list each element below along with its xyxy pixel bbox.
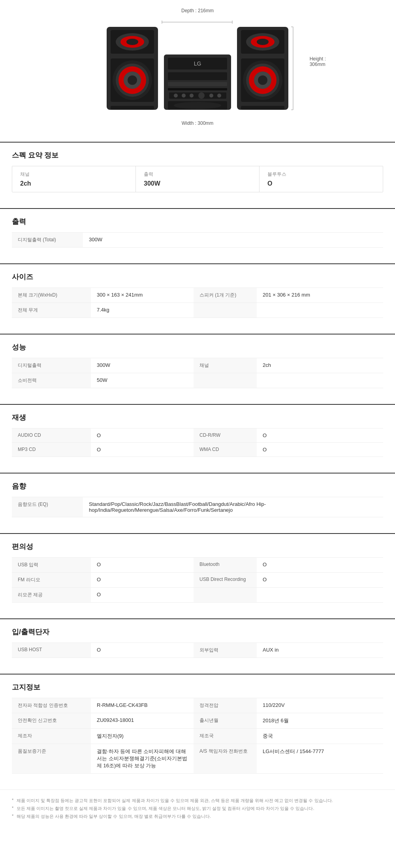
io-table: USB HOST O 외부입력 AUX in	[12, 643, 383, 658]
conv-label-1: FM 라디오	[12, 573, 91, 588]
table-row: FM 라디오 O USB Direct Recording O	[12, 573, 383, 588]
footer-notes-list: 제품 이미지 및 특장점 등에는 광고적 표현이 포함되어 실제 제품과 차이가…	[12, 798, 383, 819]
size-label-1: 전체 무게	[12, 303, 91, 318]
svg-text:LG: LG	[194, 60, 201, 67]
notice-label2-1: 출시년월	[194, 713, 257, 729]
notice-label-3: 품질보증기준	[12, 744, 91, 774]
performance-section: 성능 디지털출력 300W 채널 2ch 소비전력 50W	[0, 334, 395, 396]
spec-summary-value-2: O	[267, 180, 375, 187]
perf-value-1: 50W	[91, 373, 194, 388]
spec-summary-item-1: 출력 300W	[136, 166, 260, 192]
conv-value2-2	[257, 588, 383, 603]
conv-value-0: O	[91, 558, 194, 573]
spec-summary-section: 스펙 요약 정보 채널 2ch 출력 300W 블루투스 O	[0, 142, 395, 200]
spec-summary-value-1: 300W	[144, 180, 251, 187]
spec-summary-value-0: 2ch	[20, 180, 128, 187]
output-title: 출력	[12, 217, 383, 226]
play-label2-0: CD-R/RW	[194, 428, 257, 443]
io-value2-0: AUX in	[257, 643, 383, 658]
io-value-0: O	[91, 643, 194, 658]
spec-summary-label-0: 채널	[20, 171, 128, 178]
size-section: 사이즈 본체 크기(WxHxD) 300 × 163 × 241mm 스피커 (…	[0, 263, 395, 326]
table-row: 전체 무게 7.4kg	[12, 303, 383, 318]
perf-label-1: 소비전력	[12, 373, 91, 388]
convenience-section: 편의성 USB 입력 O Bluetooth O FM 라디오 O USB Di…	[0, 533, 395, 611]
size-table: 본체 크기(WxHxD) 300 × 163 × 241mm 스피커 (1개 기…	[12, 287, 383, 318]
size-value-1: 7.4kg	[91, 303, 194, 318]
table-row: 본체 크기(WxHxD) 300 × 163 × 241mm 스피커 (1개 기…	[12, 288, 383, 303]
width-label: Width : 300mm	[0, 120, 395, 126]
footer-note-item-0: 제품 이미지 및 특장점 등에는 광고적 표현이 포함되어 실제 제품과 차이가…	[12, 798, 383, 804]
notice-value-2: 엘지전자(9)	[91, 729, 194, 744]
conv-value-1: O	[91, 573, 194, 588]
sound-title: 음향	[12, 481, 383, 491]
io-title: 입/출력단자	[12, 627, 383, 637]
convenience-table: USB 입력 O Bluetooth O FM 라디오 O USB Direct…	[12, 557, 383, 603]
footer-note-item-1: 모든 제품 이미지는 촬영 컷으로 실제 제품과 차이가 있을 수 있으며, 제…	[12, 806, 383, 812]
play-label2-1: WMA CD	[194, 443, 257, 457]
table-row: 품질보증기준 결함·하자 등에 따른 소비자피해에 대해서는 소비자분쟁해결기준…	[12, 744, 383, 774]
product-image-section: Depth : 216mm LG	[0, 0, 395, 134]
svg-rect-38	[241, 106, 284, 110]
svg-rect-16	[168, 82, 227, 86]
depth-label: Depth : 216mm	[0, 8, 395, 13]
size-label2-1	[194, 303, 257, 318]
notice-value2-3: LG서비스센터 / 1544-7777	[257, 744, 383, 774]
table-row: 전자파 적합성 인증번호 R-RMM-LGE-CK43FB 정격전압 110/2…	[12, 698, 383, 713]
perf-value2-0: 2ch	[257, 358, 383, 373]
play-value-0: O	[91, 428, 194, 443]
table-row: 안전확인 신고번호 ZU09243-18001 출시년월 2018년 6월	[12, 713, 383, 729]
spec-summary-item-0: 채널 2ch	[12, 166, 136, 192]
performance-title: 성능	[12, 342, 383, 352]
spec-summary-label-2: 블루투스	[267, 171, 375, 178]
playback-table: AUDIO CD O CD-R/RW O MP3 CD O WMA CD O	[12, 428, 383, 457]
notice-value2-1: 2018년 6월	[257, 713, 383, 729]
spec-summary-item-2: 블루투스 O	[260, 166, 383, 192]
table-row: 디지털출력 (Total) 300W	[12, 233, 383, 248]
notice-value2-0: 110/220V	[257, 698, 383, 713]
playback-title: 재생	[12, 413, 383, 422]
table-row: MP3 CD O WMA CD O	[12, 443, 383, 457]
size-value2-0: 201 × 306 × 216 mm	[257, 288, 383, 303]
playback-section: 재생 AUDIO CD O CD-R/RW O MP3 CD O WMA CD …	[0, 404, 395, 465]
perf-label2-0: 채널	[194, 358, 257, 373]
conv-value2-0: O	[257, 558, 383, 573]
spec-summary-title: 스펙 요약 정보	[12, 150, 383, 160]
play-label-1: MP3 CD	[12, 443, 91, 457]
output-label-0: 디지털출력 (Total)	[12, 233, 83, 248]
perf-label2-1	[194, 373, 257, 388]
play-value2-1: O	[257, 443, 383, 457]
perf-label-0: 디지털출력	[12, 358, 91, 373]
notice-title: 고지정보	[12, 682, 383, 692]
sound-table: 음향모드 (EQ) Standard/Pop/Classic/Rock/Jazz…	[12, 497, 383, 517]
performance-table: 디지털출력 300W 채널 2ch 소비전력 50W	[12, 358, 383, 388]
svg-point-37	[258, 75, 267, 85]
table-row: 리모콘 제공 O	[12, 588, 383, 603]
spec-summary-table: 채널 2ch 출력 300W 블루투스 O	[12, 166, 383, 192]
svg-rect-17	[168, 88, 227, 90]
play-label-0: AUDIO CD	[12, 428, 91, 443]
output-table: 디지털출력 (Total) 300W	[12, 232, 383, 248]
footer-notes-section: 제품 이미지 및 특장점 등에는 광고적 표현이 포함되어 실제 제품과 차이가…	[0, 789, 395, 829]
spec-summary-label-1: 출력	[144, 171, 251, 178]
size-label-0: 본체 크기(WxHxD)	[12, 288, 91, 303]
table-row: USB HOST O 외부입력 AUX in	[12, 643, 383, 658]
size-value2-1	[257, 303, 383, 318]
svg-point-31	[257, 39, 269, 45]
notice-table: 전자파 적합성 인증번호 R-RMM-LGE-CK43FB 정격전압 110/2…	[12, 698, 383, 774]
conv-value2-1: O	[257, 573, 383, 588]
table-row: AUDIO CD O CD-R/RW O	[12, 428, 383, 443]
size-label2-0: 스피커 (1개 기준)	[194, 288, 257, 303]
svg-point-10	[128, 75, 137, 85]
footer-note-item-2: 해당 제품의 성능은 사용 환경에 따라 일부 상이할 수 있으며, 매장 별로…	[12, 814, 383, 819]
table-row: USB 입력 O Bluetooth O	[12, 558, 383, 573]
play-value-1: O	[91, 443, 194, 457]
io-section: 입/출력단자 USB HOST O 외부입력 AUX in	[0, 618, 395, 666]
notice-label2-0: 정격전압	[194, 698, 257, 713]
table-row: 디지털출력 300W 채널 2ch	[12, 358, 383, 373]
notice-label-2: 제조자	[12, 729, 91, 744]
output-section: 출력 디지털출력 (Total) 300W	[0, 208, 395, 256]
convenience-title: 편의성	[12, 542, 383, 551]
table-row: 음향모드 (EQ) Standard/Pop/Classic/Rock/Jazz…	[12, 497, 383, 517]
svg-point-24	[217, 94, 221, 98]
